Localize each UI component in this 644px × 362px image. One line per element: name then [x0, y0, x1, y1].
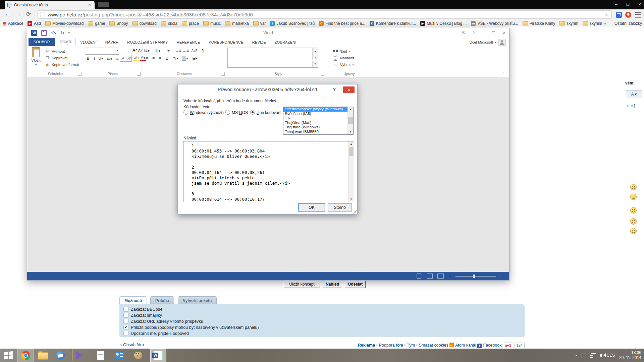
account-area[interactable]: Účet Microsoft▾	[470, 39, 506, 46]
start-button[interactable]	[1, 349, 17, 362]
ribbon-options-icon[interactable]: ⇱	[462, 31, 465, 35]
dialog-help-icon[interactable]: ?	[333, 87, 336, 92]
scroll-down-icon[interactable]: ▼	[348, 129, 353, 134]
option-row[interactable]: Zakázat URL adresy v tomto příspěvku	[123, 319, 203, 324]
listbox-scrollbar[interactable]: ▲ ▼	[347, 107, 353, 134]
format-painter-button[interactable]: ◆Kopírovat formát	[45, 61, 79, 68]
bookmark-folder[interactable]: škola	[161, 21, 177, 26]
dialog-close-icon[interactable]: ✕	[343, 86, 355, 93]
bookmark-item[interactable]: ▶Asd	[28, 21, 41, 26]
checkbox[interactable]	[123, 319, 128, 324]
bookmark-folder[interactable]: Movies-download	[45, 21, 84, 26]
footer-link[interactable]: Tým	[407, 343, 415, 348]
tab-revize[interactable]: REVIZE	[248, 39, 270, 46]
taskbar-chrome[interactable]	[17, 349, 34, 362]
bookmark-folder[interactable]: skyrim	[559, 21, 578, 26]
encoding-option[interactable]: Švédština (IA5)	[283, 112, 353, 116]
checkbox[interactable]	[123, 331, 128, 336]
zoom-slider-thumb[interactable]	[473, 275, 475, 278]
zoom-slider[interactable]	[455, 276, 496, 277]
volume-icon[interactable]	[600, 354, 602, 357]
taskbar-thunderbird[interactable]	[52, 349, 68, 362]
bookmark-item[interactable]: KKomentáře k článku:...	[370, 21, 416, 26]
sort-icon[interactable]: A↓Z	[191, 48, 198, 54]
radio-icon[interactable]	[183, 110, 188, 115]
bullets-icon[interactable]: ⁝≡▾	[144, 48, 150, 54]
chrome-menu-icon[interactable]	[635, 12, 641, 18]
gallery-up-icon[interactable]: ▴	[312, 48, 318, 54]
tab-vlozeni[interactable]: VLOŽENÍ	[76, 39, 101, 46]
tab-priloha[interactable]: Příloha	[150, 296, 174, 304]
taskbar-notepad[interactable]	[93, 349, 109, 362]
bookmark-apps[interactable]: Aplikace	[3, 21, 23, 26]
bookmark-folder[interactable]: game	[88, 21, 105, 26]
radio-icon[interactable]	[225, 110, 230, 115]
encoding-option[interactable]: Thajština (Windows)	[283, 125, 353, 130]
board-index-link[interactable]: ⌂ Obsah fóra	[119, 343, 144, 347]
preview-box[interactable]: 1 00:00:01,453 --> 00:00:03,804 <i>Jmenu…	[183, 141, 354, 202]
bookmark-folder[interactable]: var	[253, 21, 266, 26]
refresh-icon[interactable]: ⟳	[26, 11, 31, 18]
resize-grip[interactable]	[353, 210, 357, 214]
tab-soubor[interactable]: SOUBOR	[29, 38, 55, 46]
new-tab-button[interactable]	[98, 2, 109, 7]
underline-icon[interactable]: U▾	[98, 55, 104, 61]
bookmark-folder[interactable]: Pirátské Knihy	[523, 21, 555, 26]
replace-button[interactable]: abacNahradit	[333, 55, 354, 61]
superscript-icon[interactable]: x²	[120, 55, 126, 61]
option-row[interactable]: Zakázat BBCode	[123, 307, 163, 312]
copy-button[interactable]: ❐Kopírovat	[45, 55, 67, 61]
tab-vytvorit-anketu[interactable]: Vytvořit anketu	[178, 296, 217, 304]
bookmark-folder[interactable]: prace	[182, 21, 199, 26]
submit-button[interactable]: Odeslat	[345, 281, 366, 288]
justify-icon[interactable]: ≣	[164, 55, 170, 61]
extension-icon[interactable]	[616, 12, 622, 18]
dialog-launcher-icon[interactable]	[137, 72, 141, 76]
dialog-launcher-icon[interactable]	[321, 72, 324, 76]
bookmark-folder[interactable]: skyriim	[583, 21, 602, 26]
taskbar-word[interactable]	[150, 349, 166, 362]
pilcrow-icon[interactable]: ¶	[200, 48, 206, 54]
bookmark-folder[interactable]: Shopy	[109, 21, 128, 26]
scroll-up-icon[interactable]: ▲	[348, 141, 354, 146]
minimize-icon[interactable]: ─	[615, 2, 618, 6]
scrollbar-thumb[interactable]	[348, 117, 353, 124]
back-icon[interactable]: ←	[5, 11, 10, 17]
smiley-icon[interactable]	[630, 194, 637, 200]
restore-icon[interactable]: ❐	[626, 2, 630, 7]
bold-icon[interactable]: B	[85, 55, 91, 61]
word-close-icon[interactable]: ✕	[503, 31, 506, 35]
extension-notifier-icon[interactable]	[625, 12, 631, 18]
encoding-listbox[interactable]: Středoevropské jazyky (Windows) Švédštin…	[283, 107, 354, 135]
gallery-more-icon[interactable]: ⩔	[312, 61, 318, 67]
print-layout-icon[interactable]	[427, 274, 433, 279]
zoom-out-icon[interactable]: −	[448, 274, 451, 279]
dialog-launcher-icon[interactable]	[78, 72, 82, 76]
bookmark-star-icon[interactable]: ☆	[604, 12, 609, 18]
radio-other-encoding[interactable]: Jiné kódování:	[250, 110, 282, 115]
font-name-combo[interactable]	[85, 48, 119, 55]
option-row[interactable]: ✔Přiložit podpis (podpisy mohou být nast…	[123, 325, 259, 330]
browser-tab[interactable]: Odeslat nové téma ✕	[5, 1, 95, 9]
radio-msdos[interactable]: MS-DOS	[225, 110, 248, 115]
ok-button[interactable]: OK	[298, 203, 325, 212]
tab-moznosti[interactable]: Možnosti	[119, 296, 147, 304]
shading-icon[interactable]: ▾	[182, 55, 188, 61]
paste-button[interactable]: Vložit▾	[29, 47, 43, 66]
text-effects-icon[interactable]: A▾	[126, 55, 133, 61]
help-icon[interactable]: ?	[473, 31, 475, 35]
align-left-icon[interactable]: ≡	[144, 55, 150, 61]
bookmark-item[interactable]: mVŠE - Webový přístu...	[471, 21, 518, 26]
tab-rozlozeni[interactable]: ROZLOŽENÍ STRÁNKY	[123, 39, 172, 46]
editor-toolbar-fragment[interactable]: A ▾	[626, 90, 642, 98]
taskbar-explorer[interactable]	[35, 349, 51, 362]
preview-button[interactable]: Náhled	[323, 281, 342, 288]
decrease-indent-icon[interactable]: ←≡	[175, 48, 181, 54]
bookmark-item[interactable]: CFind the best price a...	[319, 21, 365, 26]
language-indicator[interactable]: CES	[606, 353, 615, 358]
bookmark-item[interactable]: ▶Muži v Česku | Blog ...	[420, 21, 467, 26]
cancel-button[interactable]: Storno	[328, 203, 352, 212]
bookmark-item[interactable]: tJakub Sosnovec | tsů	[270, 21, 315, 26]
encoding-option[interactable]: Tchaj-wan IBM5550	[283, 130, 353, 134]
zoom-in-icon[interactable]: +	[500, 274, 503, 279]
